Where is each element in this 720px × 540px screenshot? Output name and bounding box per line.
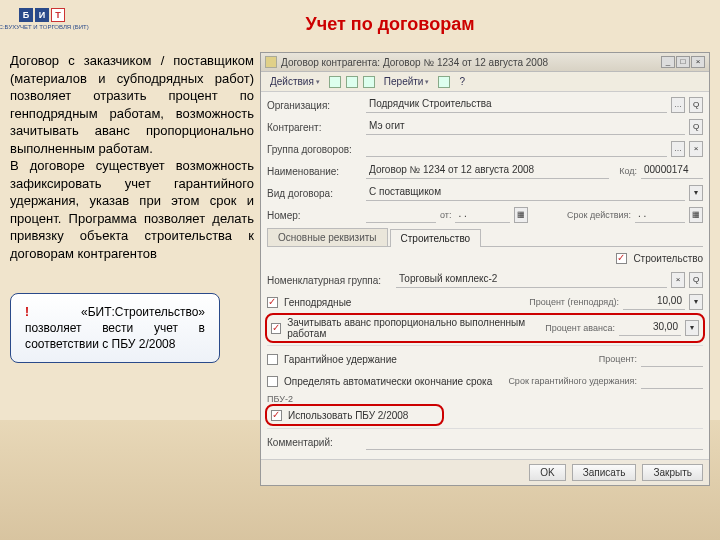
maximize-button[interactable]: □ [676, 56, 690, 68]
from-label: от: [440, 210, 451, 220]
open-button[interactable]: Q [689, 272, 703, 288]
term-label: Срок действия: [567, 210, 631, 220]
guarantee-checkbox[interactable] [267, 354, 278, 365]
window-title: Договор контрагента: Договор № 1234 от 1… [281, 57, 657, 68]
name-field[interactable]: Договор № 1234 от 12 августа 2008 [366, 163, 609, 179]
calendar-icon[interactable]: ▦ [689, 207, 703, 223]
pbu-chk-label: Использовать ПБУ 2/2008 [288, 410, 408, 421]
construction-chk-label: Строительство [633, 253, 703, 264]
guar-term-label: Срок гарантийного удержания: [508, 376, 637, 386]
page-title: Учет по договорам [72, 8, 708, 35]
logo-letter: Б [19, 8, 33, 22]
guar-term-field[interactable] [641, 373, 703, 389]
guar-pct-field[interactable] [641, 351, 703, 367]
close-button[interactable]: Закрыть [642, 464, 703, 481]
open-button[interactable]: Q [689, 119, 703, 135]
comment-field[interactable] [366, 434, 703, 450]
advance-chk-label: Зачитывать аванс пропорционально выполне… [287, 317, 541, 339]
adv-pct-field[interactable]: 30,00 [619, 320, 681, 336]
advance-checkbox[interactable] [271, 323, 281, 334]
type-label: Вид договора: [267, 188, 362, 199]
print-icon[interactable] [438, 76, 450, 88]
clear-button[interactable]: × [671, 272, 685, 288]
callout-box: ! «БИТ:Строительство» позволяет вести уч… [10, 293, 220, 364]
nomgroup-label: Номенклатурная группа: [267, 275, 392, 286]
close-button[interactable]: × [691, 56, 705, 68]
ok-button[interactable]: OK [529, 464, 565, 481]
num-field[interactable] [366, 207, 436, 223]
logo-letter: И [35, 8, 49, 22]
tab-construction[interactable]: Строительство [390, 229, 482, 247]
pbu-checkbox[interactable] [271, 410, 282, 421]
gen-pct-field[interactable]: 10,00 [623, 294, 685, 310]
help-button[interactable]: ? [455, 75, 469, 88]
calendar-icon[interactable]: ▦ [514, 207, 528, 223]
save-button[interactable]: Записать [572, 464, 637, 481]
gen-chk-label: Генподрядные [284, 297, 351, 308]
contr-field[interactable]: Мэ огит [366, 119, 685, 135]
tab-main[interactable]: Основные реквизиты [267, 228, 388, 246]
minimize-button[interactable]: _ [661, 56, 675, 68]
description-text: Договор с заказчиком / поставщиком (мате… [10, 52, 254, 486]
gen-pct-label: Процент (генподряд): [529, 297, 619, 307]
pbu-row-highlight: Использовать ПБУ 2/2008 [267, 406, 442, 424]
term-date-field[interactable]: . . [635, 207, 685, 223]
group-field[interactable] [366, 141, 667, 157]
adv-pct-label: Процент аванса: [545, 323, 615, 333]
refresh-icon[interactable] [363, 76, 375, 88]
logo: Б И Т 1С:БУХУЧЕТ И ТОРГОВЛЯ (БИТ) [12, 8, 72, 44]
construction-checkbox[interactable] [616, 253, 627, 264]
guarantee-chk-label: Гарантийное удержание [284, 354, 397, 365]
stepper-button[interactable]: ▾ [689, 294, 703, 310]
contract-window: Договор контрагента: Договор № 1234 от 1… [260, 52, 710, 486]
open-button[interactable]: Q [689, 97, 703, 113]
logo-letter: Т [51, 8, 65, 22]
clear-button[interactable]: × [689, 141, 703, 157]
auto-term-label: Определять автоматически окончание срока [284, 376, 492, 387]
code-label: Код: [619, 166, 637, 176]
nomgroup-field[interactable]: Торговый комплекс-2 [396, 272, 667, 288]
save-icon[interactable] [329, 76, 341, 88]
document-icon [265, 56, 277, 68]
type-field[interactable]: С поставщиком [366, 185, 685, 201]
from-date-field[interactable]: . . [455, 207, 510, 223]
toolbar: Действия ▾ Перейти ▾ ? [261, 72, 709, 92]
advance-row-highlight: Зачитывать аванс пропорционально выполне… [267, 315, 703, 341]
select-button[interactable]: … [671, 141, 685, 157]
auto-term-checkbox[interactable] [267, 376, 278, 387]
titlebar: Договор контрагента: Договор № 1234 от 1… [261, 53, 709, 72]
name-label: Наименование: [267, 166, 362, 177]
stepper-button[interactable]: ▾ [685, 320, 699, 336]
guar-pct-label: Процент: [599, 354, 637, 364]
org-field[interactable]: Подрядчик Строительства [366, 97, 667, 113]
actions-menu[interactable]: Действия ▾ [266, 75, 324, 88]
dropdown-button[interactable]: ▾ [689, 185, 703, 201]
goto-menu[interactable]: Перейти ▾ [380, 75, 434, 88]
code-field[interactable]: 00000174 [641, 163, 703, 179]
comment-label: Комментарий: [267, 437, 362, 448]
num-label: Номер: [267, 210, 362, 221]
group-label: Группа договоров: [267, 144, 362, 155]
pbu-section-label: ПБУ-2 [267, 394, 703, 404]
copy-icon[interactable] [346, 76, 358, 88]
gen-checkbox[interactable] [267, 297, 278, 308]
contr-label: Контрагент: [267, 122, 362, 133]
select-button[interactable]: … [671, 97, 685, 113]
org-label: Организация: [267, 100, 362, 111]
